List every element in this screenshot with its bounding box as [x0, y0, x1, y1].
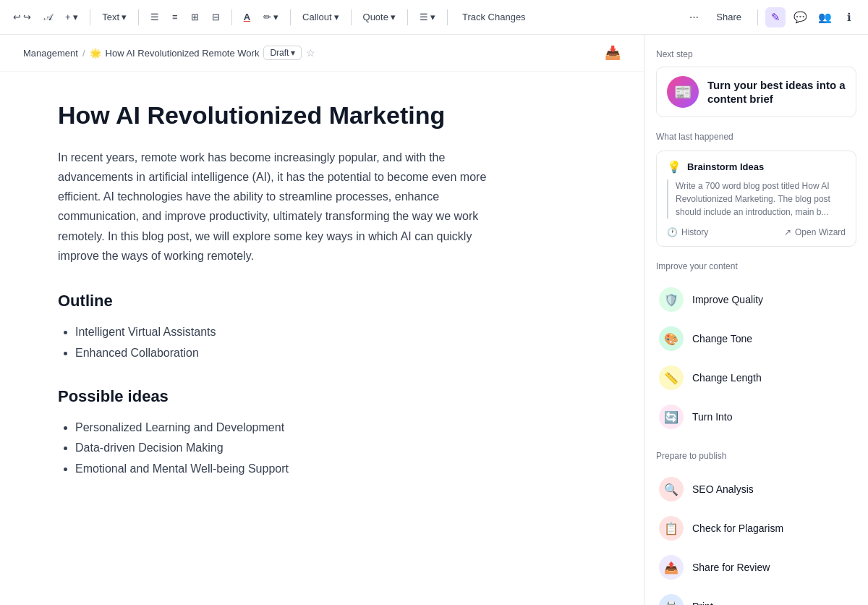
next-step-card[interactable]: 📰 Turn your best ideas into a content br…	[656, 67, 856, 117]
inbox-icon[interactable]: 📥	[605, 45, 621, 61]
next-step-label: Next step	[656, 49, 856, 59]
improve-quality-icon-circle: 🛡️	[659, 287, 684, 312]
align-dropdown-icon: ▾	[430, 12, 435, 22]
separator-2	[138, 9, 139, 25]
separator-6	[407, 9, 408, 25]
bullet-list-button[interactable]: ☰	[146, 9, 163, 25]
breadcrumb-separator: /	[82, 48, 85, 59]
publish-section: Prepare to publish 🔍 SEO Analysis 📋 Chec…	[656, 451, 856, 605]
draft-label: Draft	[270, 48, 289, 58]
highlight-dropdown: ▾	[273, 12, 278, 22]
editor-mode-button[interactable]: ✎	[765, 7, 786, 28]
change-tone-label: Change Tone	[692, 333, 752, 344]
ordered-list-button[interactable]: ≡	[168, 9, 182, 25]
quote-button[interactable]: Quote ▾	[359, 9, 400, 25]
doc-title[interactable]: How AI Revolutionized Marketing	[58, 101, 492, 130]
improve-label: Improve your content	[656, 261, 856, 271]
add-label: + ▾	[65, 12, 78, 22]
share-for-review-item[interactable]: 📤 Share for Review	[656, 548, 856, 587]
align-button[interactable]: ☰ ▾	[415, 9, 440, 25]
undo-button[interactable]: ↩ ↪	[9, 9, 35, 25]
style-button[interactable]: 𝒜	[40, 9, 56, 26]
align-icon: ☰	[420, 12, 428, 22]
open-wizard-label: Open Wizard	[795, 227, 846, 237]
comment-button[interactable]: 💬	[790, 7, 810, 28]
font-color-icon: A	[244, 12, 250, 22]
improve-section: Improve your content 🛡️ Improve Quality …	[656, 261, 856, 436]
star-icon[interactable]: ☆	[306, 47, 315, 59]
share-for-review-icon: 📤	[664, 561, 678, 575]
right-sidebar: Next step 📰 Turn your best ideas into a …	[644, 35, 868, 605]
breadcrumb-doc: 🌟 How AI Revolutionized Remote Work	[90, 48, 260, 59]
next-step-emoji: 📰	[674, 83, 692, 101]
change-tone-item[interactable]: 🎨 Change Tone	[656, 319, 856, 358]
separator-4	[290, 9, 291, 25]
highlight-icon: ✏	[263, 12, 271, 22]
undo-icon: ↩	[13, 12, 21, 22]
ideas-heading[interactable]: Possible ideas	[58, 387, 492, 406]
print-item[interactable]: 🖨️ Print	[656, 587, 856, 605]
doc-body[interactable]: In recent years, remote work has become …	[58, 148, 492, 266]
seo-analysis-icon: 🔍	[664, 483, 678, 496]
list-item[interactable]: Personalized Learning and Development	[75, 418, 492, 439]
editor-area: Management / 🌟 How AI Revolutionized Rem…	[0, 35, 644, 605]
text-format-button[interactable]: Text ▾	[98, 9, 131, 25]
outdent-icon: ⊟	[212, 12, 220, 22]
outdent-button[interactable]: ⊟	[208, 9, 224, 25]
next-step-icon: 📰	[667, 76, 699, 108]
breadcrumb-doc-title: How AI Revolutionized Remote Work	[106, 48, 260, 59]
callout-label: Callout	[302, 12, 331, 22]
share-label: Share	[716, 12, 741, 22]
list-item[interactable]: Enhanced Collaboration	[75, 343, 492, 364]
quote-dropdown-icon: ▾	[391, 12, 396, 22]
info-button[interactable]: ℹ	[839, 7, 859, 28]
more-button[interactable]: ⋯	[685, 9, 703, 25]
main-layout: Management / 🌟 How AI Revolutionized Rem…	[0, 35, 868, 605]
change-length-icon-circle: 📏	[659, 365, 684, 390]
check-plagiarism-item[interactable]: 📋 Check for Plagarism	[656, 509, 856, 548]
info-icon: ℹ	[847, 11, 851, 24]
text-dropdown-icon: ▾	[122, 12, 127, 22]
change-tone-icon: 🎨	[664, 332, 678, 346]
comment-icon: 💬	[793, 11, 807, 24]
open-wizard-button[interactable]: ↗ Open Wizard	[784, 227, 846, 237]
separator-3	[231, 9, 232, 25]
list-item[interactable]: Data-driven Decision Making	[75, 438, 492, 459]
breadcrumb-parent[interactable]: Management	[23, 48, 78, 59]
track-changes-button[interactable]: Track Changes	[455, 9, 533, 25]
redo-icon: ↪	[23, 12, 31, 22]
print-icon: 🖨️	[664, 600, 678, 606]
turn-into-item[interactable]: 🔄 Turn Into	[656, 397, 856, 436]
separator-5	[351, 9, 352, 25]
improve-quality-item[interactable]: 🛡️ Improve Quality	[656, 280, 856, 319]
print-icon-circle: 🖨️	[659, 594, 684, 605]
outline-heading[interactable]: Outline	[58, 292, 492, 310]
list-item[interactable]: Emotional and Mental Well-being Support	[75, 459, 492, 480]
share-button[interactable]: Share	[707, 9, 750, 25]
draft-badge[interactable]: Draft ▾	[263, 46, 302, 60]
list-item[interactable]: Intelligent Virtual Assistants	[75, 322, 492, 343]
text-label: Text	[102, 12, 119, 22]
outline-list: Intelligent Virtual AssistantsEnhanced C…	[58, 322, 492, 364]
callout-button[interactable]: Callout ▾	[298, 9, 343, 25]
collab-icon: 👥	[818, 11, 832, 24]
quote-label: Quote	[363, 12, 388, 22]
font-color-button[interactable]: A	[239, 9, 255, 25]
history-button[interactable]: 🕐 History	[667, 227, 708, 237]
check-plagiarism-icon: 📋	[664, 522, 678, 536]
more-icon: ⋯	[689, 12, 699, 22]
history-row: 🕐 History ↗ Open Wizard	[667, 227, 846, 237]
list-icon: ☰	[150, 12, 159, 22]
add-button[interactable]: + ▾	[61, 9, 82, 25]
change-length-item[interactable]: 📏 Change Length	[656, 358, 856, 397]
highlight-button[interactable]: ✏ ▾	[259, 9, 283, 25]
last-happened-card: 💡 Brainstorm Ideas Write a 700 word blog…	[656, 151, 856, 247]
seo-analysis-label: SEO Analysis	[692, 483, 754, 495]
improve-quality-icon: 🛡️	[664, 293, 678, 307]
style-icon: 𝒜	[44, 12, 52, 23]
brainstorm-icon: 💡	[667, 160, 681, 174]
indent-button[interactable]: ⊞	[187, 9, 203, 25]
seo-analysis-item[interactable]: 🔍 SEO Analysis	[656, 470, 856, 509]
improve-quality-label: Improve Quality	[692, 294, 763, 305]
collab-button[interactable]: 👥	[814, 7, 835, 28]
